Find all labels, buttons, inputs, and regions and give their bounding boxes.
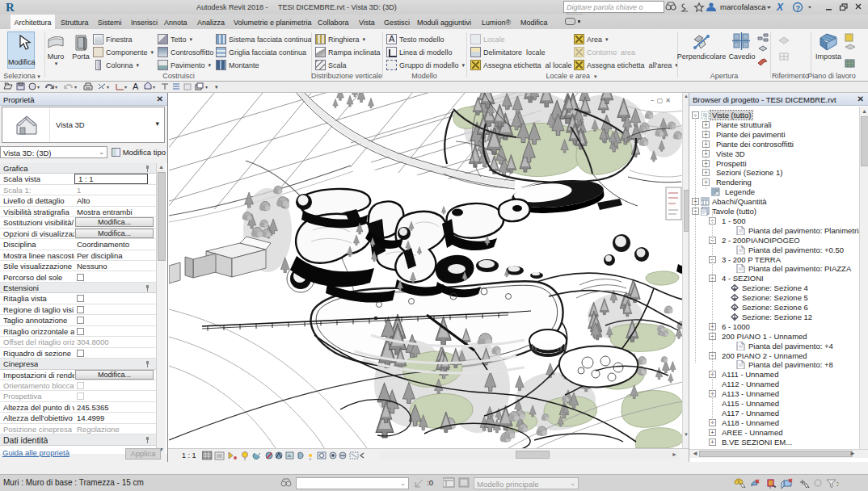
svg-text::0: :0 xyxy=(836,480,839,488)
svg-text:?: ? xyxy=(796,4,801,12)
svg-text:▾: ▾ xyxy=(107,85,109,90)
svg-text:▾: ▾ xyxy=(74,85,77,90)
svg-text:▾: ▾ xyxy=(37,85,40,90)
svg-text:R: R xyxy=(6,1,15,14)
svg-text:▾: ▾ xyxy=(215,84,218,90)
svg-text:marcofalasca: marcofalasca xyxy=(720,2,766,11)
svg-text:A: A xyxy=(133,82,139,91)
svg-text:▾: ▾ xyxy=(205,85,208,90)
svg-text:▾: ▾ xyxy=(153,85,155,90)
svg-text:▾: ▾ xyxy=(124,85,127,90)
svg-text:▾: ▾ xyxy=(55,85,57,90)
svg-text:X: X xyxy=(776,2,784,13)
